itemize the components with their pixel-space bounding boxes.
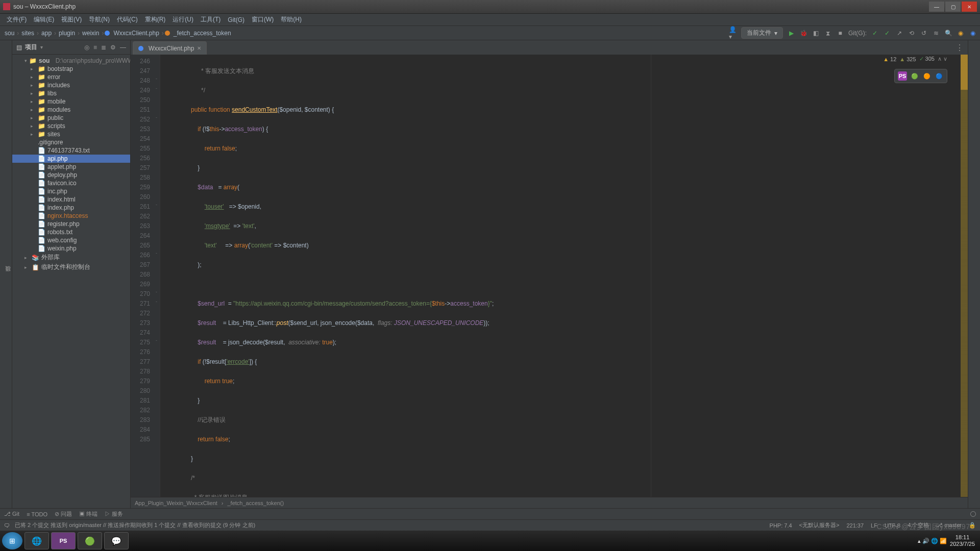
crumb-file[interactable]: WxxcxClient.php bbox=[112, 30, 160, 37]
menu-navigate[interactable]: 导航(N) bbox=[85, 15, 113, 24]
crumb-plugin[interactable]: plugin bbox=[57, 30, 77, 37]
hide-panel-icon[interactable]: ― bbox=[120, 44, 126, 51]
code-editor[interactable]: 12 325 305 ∧ ∨ PS 🟢 🟠 🔵 2462472482492502… bbox=[131, 55, 968, 497]
tree-folder[interactable]: ▸📁 bootstrap bbox=[12, 65, 130, 73]
bt-git[interactable]: ⎇ Git bbox=[4, 511, 19, 517]
tree-file[interactable]: 📄 applet.php bbox=[12, 163, 130, 171]
task-app1[interactable]: 🌐 bbox=[24, 532, 49, 549]
menu-edit[interactable]: 编辑(E) bbox=[30, 15, 58, 24]
expand-all-icon[interactable]: ≡ bbox=[93, 44, 97, 51]
menu-file[interactable]: 文件(F) bbox=[3, 15, 30, 24]
user-icon[interactable]: ◉ bbox=[969, 29, 977, 37]
tree-folder[interactable]: ▸📁 modules bbox=[12, 106, 130, 114]
tree-file[interactable]: 📄 favicon.ico bbox=[12, 179, 130, 187]
bt-services[interactable]: ▷ 服务 bbox=[105, 510, 123, 518]
tree-folder[interactable]: ▸📁 libs bbox=[12, 89, 130, 97]
bt-terminal[interactable]: ▣ 终端 bbox=[79, 510, 97, 518]
menu-refactor[interactable]: 重构(R) bbox=[141, 15, 169, 24]
edge-icon[interactable]: 🔵 bbox=[935, 71, 944, 81]
git-update-icon[interactable]: ✓ bbox=[871, 29, 879, 37]
status-position[interactable]: 221:37 bbox=[846, 522, 864, 529]
tree-file[interactable]: .gitignore bbox=[12, 138, 130, 146]
menu-tools[interactable]: 工具(T) bbox=[197, 15, 224, 24]
tree-file[interactable]: 📄 web.config bbox=[12, 236, 130, 244]
chrome-icon[interactable]: 🟢 bbox=[910, 71, 919, 81]
tree-folder[interactable]: ▸📁 error bbox=[12, 73, 130, 81]
tree-file[interactable]: 📄 robots.txt bbox=[12, 228, 130, 236]
open-in-browser[interactable]: PS 🟢 🟠 🔵 bbox=[894, 69, 947, 83]
task-phpstorm[interactable]: PS bbox=[51, 532, 76, 549]
bt-todo[interactable]: ≡ TODO bbox=[27, 511, 47, 517]
menu-code[interactable]: 代码(C) bbox=[113, 15, 141, 24]
close-button[interactable]: ✕ bbox=[962, 2, 977, 12]
crumb-weixin[interactable]: weixin bbox=[81, 30, 101, 37]
git-history-icon[interactable]: ⟲ bbox=[908, 29, 916, 37]
debug-icon[interactable]: 🐞 bbox=[799, 29, 807, 37]
tree-scratches[interactable]: ▸📋 临时文件和控制台 bbox=[12, 262, 130, 272]
tree-file[interactable]: 📄 inc.php bbox=[12, 187, 130, 195]
stop-icon[interactable]: ■ bbox=[836, 29, 844, 37]
crumb-root[interactable]: sou bbox=[3, 30, 16, 37]
start-button[interactable]: ⊞ bbox=[2, 532, 22, 549]
task-chrome[interactable]: 🟢 bbox=[78, 532, 102, 549]
git-rollback-icon[interactable]: ↺ bbox=[920, 29, 928, 37]
maximize-button[interactable]: ▢ bbox=[945, 2, 961, 12]
search-icon[interactable]: 🔍 bbox=[944, 29, 952, 37]
add-user-icon[interactable]: 👤▾ bbox=[729, 29, 737, 37]
minimize-button[interactable]: ― bbox=[929, 2, 944, 12]
tray-icons[interactable]: ▴ 🔊 🌐 📶 bbox=[918, 538, 947, 544]
tree-file[interactable]: 📄 7461373743.txt bbox=[12, 146, 130, 155]
collapse-all-icon[interactable]: ≣ bbox=[101, 44, 106, 51]
tree-file-selected[interactable]: 📄 api.php bbox=[12, 155, 130, 163]
tree-file[interactable]: 📄 deploy.php bbox=[12, 171, 130, 179]
ide-settings-icon[interactable]: ◉ bbox=[957, 29, 965, 37]
git-push-icon[interactable]: ↗ bbox=[895, 29, 903, 37]
menu-git[interactable]: Git(G) bbox=[224, 16, 248, 23]
bt-problems[interactable]: ⊘ 问题 bbox=[55, 510, 72, 518]
class-crumb[interactable]: App_Plugin_Weixin_WxxcxClient bbox=[135, 500, 217, 506]
coverage-icon[interactable]: ◧ bbox=[812, 29, 820, 37]
taskbar-date[interactable]: 2023/7/25 bbox=[950, 541, 975, 547]
status-notification-icon[interactable]: 🗨 bbox=[4, 522, 10, 529]
git-commit-icon[interactable]: ✓ bbox=[883, 29, 891, 37]
tree-folder[interactable]: ▸📁 scripts bbox=[12, 122, 130, 130]
tree-folder[interactable]: ▸📁 public bbox=[12, 114, 130, 122]
tree-ext-libs[interactable]: ▸📚 外部库 bbox=[12, 253, 130, 262]
tree-folder[interactable]: ▸📁 includes bbox=[12, 81, 130, 89]
close-icon[interactable]: ✕ bbox=[197, 45, 201, 51]
phpstorm-icon[interactable]: PS bbox=[898, 71, 907, 81]
menu-view[interactable]: 视图(V) bbox=[58, 15, 85, 24]
status-server[interactable]: <无默认服务器> bbox=[799, 521, 840, 529]
tree-root[interactable]: ▾📁sou D:\oran\phpstudy_pro\WWW\sou bbox=[12, 57, 130, 65]
tabs-menu-icon[interactable]: ⋮ bbox=[955, 43, 964, 53]
tab-wxxcxclient[interactable]: WxxcxClient.php ✕ bbox=[133, 41, 207, 55]
run-configuration[interactable]: 当前文件▾ bbox=[741, 27, 783, 39]
menu-window[interactable]: 窗口(W) bbox=[248, 15, 277, 24]
tree-file[interactable]: 📄 index.php bbox=[12, 204, 130, 212]
tree-file[interactable]: 📄 index.html bbox=[12, 195, 130, 204]
firefox-icon[interactable]: 🟠 bbox=[922, 71, 932, 81]
tree-file[interactable]: 📄 register.php bbox=[12, 220, 130, 228]
code-with-me-icon[interactable]: ≋ bbox=[932, 29, 940, 37]
taskbar-time[interactable]: 18:11 bbox=[950, 534, 975, 541]
profiler-icon[interactable]: ⧗ bbox=[824, 29, 832, 37]
select-opened-icon[interactable]: ◎ bbox=[84, 44, 89, 51]
tree-folder[interactable]: ▸📁 sites bbox=[12, 130, 130, 138]
inspections-widget[interactable]: 12 325 305 ∧ ∨ bbox=[883, 56, 947, 62]
tree-file[interactable]: 📄 weixin.php bbox=[12, 244, 130, 253]
crumb-method[interactable]: _fetch_access_token bbox=[172, 30, 233, 37]
method-crumb[interactable]: _fetch_access_token() bbox=[228, 500, 284, 506]
error-stripe[interactable] bbox=[961, 55, 968, 497]
crumb-app[interactable]: app bbox=[40, 30, 53, 37]
status-php[interactable]: PHP: 7.4 bbox=[770, 522, 792, 529]
menu-run[interactable]: 运行(U) bbox=[169, 15, 197, 24]
tree-file[interactable]: 📄 nginx.htaccess bbox=[12, 212, 130, 220]
crumb-sites[interactable]: sites bbox=[20, 30, 36, 37]
menu-help[interactable]: 帮助(H) bbox=[277, 15, 305, 24]
run-icon[interactable]: ▶ bbox=[787, 29, 795, 37]
gear-icon[interactable]: ⚙ bbox=[110, 44, 116, 51]
code-content[interactable]: * 客服发送文本消息 */ public function sendCustom… bbox=[160, 55, 961, 497]
tree-folder[interactable]: ▸📁 mobile bbox=[12, 97, 130, 106]
event-log-icon[interactable] bbox=[970, 511, 976, 517]
task-wechat[interactable]: 💬 bbox=[104, 532, 129, 549]
